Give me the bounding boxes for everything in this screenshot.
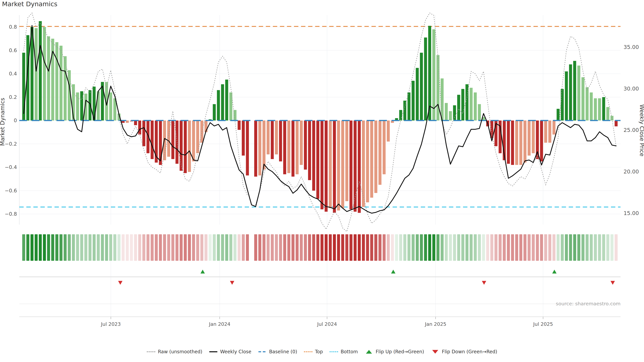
heatmap-cell[interactable]: [254, 234, 257, 261]
heatmap-cell[interactable]: [515, 234, 518, 261]
heatmap-cell[interactable]: [445, 234, 448, 261]
heatmap-cell[interactable]: [532, 234, 535, 261]
heatmap-cell[interactable]: [134, 234, 137, 261]
heatmap-cell[interactable]: [577, 234, 580, 261]
heatmap-cell[interactable]: [22, 234, 25, 261]
heatmap-cell[interactable]: [304, 234, 307, 261]
dynamics-bar[interactable]: [565, 71, 568, 120]
heatmap-cell[interactable]: [320, 234, 324, 261]
heatmap-cell[interactable]: [329, 234, 332, 261]
heatmap-cell[interactable]: [382, 234, 386, 261]
heatmap-cell[interactable]: [412, 234, 414, 261]
heatmap-cell[interactable]: [76, 234, 79, 261]
heatmap-cell[interactable]: [569, 234, 572, 261]
dynamics-bar[interactable]: [358, 120, 361, 213]
dynamics-bar[interactable]: [577, 65, 580, 120]
dynamics-bar[interactable]: [362, 120, 365, 207]
dynamics-bar[interactable]: [445, 103, 448, 120]
heatmap-cell[interactable]: [466, 234, 468, 261]
heatmap-cell[interactable]: [312, 234, 315, 261]
heatmap-cell[interactable]: [105, 234, 108, 261]
dynamics-bar[interactable]: [80, 91, 83, 120]
heatmap-cell[interactable]: [416, 234, 419, 261]
heatmap-cell[interactable]: [424, 234, 427, 261]
heatmap-cell[interactable]: [494, 234, 498, 261]
dynamics-bar[interactable]: [159, 120, 162, 165]
dynamics-bar[interactable]: [238, 120, 241, 130]
dynamics-bar[interactable]: [561, 89, 564, 120]
heatmap-cell[interactable]: [573, 234, 576, 261]
heatmap-cell[interactable]: [146, 234, 150, 261]
heatmap-cell[interactable]: [449, 234, 452, 261]
dynamics-bar[interactable]: [320, 120, 324, 209]
dynamics-bar[interactable]: [528, 120, 531, 156]
dynamics-bar[interactable]: [354, 120, 357, 212]
heatmap-cell[interactable]: [610, 234, 614, 261]
dynamics-bar[interactable]: [511, 120, 514, 165]
dynamics-bar[interactable]: [466, 84, 468, 120]
dynamics-bar[interactable]: [192, 120, 195, 161]
heatmap-cell[interactable]: [150, 234, 154, 261]
dynamics-bar[interactable]: [540, 120, 543, 161]
heatmap-cell[interactable]: [590, 234, 593, 261]
heatmap-cell[interactable]: [478, 234, 481, 261]
heatmap-cell[interactable]: [582, 234, 584, 261]
legend-baseline[interactable]: Baseline (0): [258, 349, 297, 355]
dynamics-bar[interactable]: [337, 120, 340, 211]
heatmap-cell[interactable]: [395, 234, 398, 261]
heatmap-cell[interactable]: [440, 234, 444, 261]
heatmap-cell[interactable]: [122, 234, 124, 261]
legend-flip-up[interactable]: Flip Up (Red→Green): [364, 349, 424, 355]
heatmap-cell[interactable]: [606, 234, 609, 261]
heatmap-cell[interactable]: [188, 234, 191, 261]
dynamics-bar[interactable]: [556, 109, 560, 120]
heatmap-cell[interactable]: [524, 234, 526, 261]
heatmap-cell[interactable]: [453, 234, 456, 261]
dynamics-bar[interactable]: [300, 120, 303, 165]
heatmap-cell[interactable]: [72, 234, 75, 261]
heatmap-cell[interactable]: [594, 234, 597, 261]
heatmap-cell[interactable]: [47, 234, 50, 261]
heatmap-cell[interactable]: [101, 234, 104, 261]
heatmap-cell[interactable]: [279, 234, 282, 261]
legend-bottom[interactable]: Bottom: [330, 349, 358, 355]
heatmap-cell[interactable]: [225, 234, 228, 261]
dynamics-bar[interactable]: [378, 120, 382, 185]
heatmap-cell[interactable]: [155, 234, 158, 261]
heatmap-cell[interactable]: [474, 234, 477, 261]
heatmap-cell[interactable]: [457, 234, 460, 261]
heatmap-cell[interactable]: [482, 234, 485, 261]
heatmap-cell[interactable]: [408, 234, 410, 261]
dynamics-bar[interactable]: [432, 29, 435, 120]
dynamics-bar[interactable]: [188, 120, 191, 172]
flip-down-marker[interactable]: [118, 281, 122, 285]
heatmap-cell[interactable]: [92, 234, 96, 261]
dynamics-bar[interactable]: [325, 120, 328, 212]
heatmap-cell[interactable]: [362, 234, 365, 261]
heatmap-cell[interactable]: [308, 234, 311, 261]
dynamics-bar[interactable]: [345, 120, 348, 201]
dynamics-bar[interactable]: [478, 104, 481, 120]
heatmap-cell[interactable]: [370, 234, 373, 261]
heatmap-cell[interactable]: [341, 234, 344, 261]
dynamics-bar[interactable]: [39, 21, 42, 120]
flip-up-marker[interactable]: [391, 270, 396, 274]
dynamics-bar[interactable]: [520, 120, 522, 165]
dynamics-bar[interactable]: [296, 120, 299, 174]
heatmap-cell[interactable]: [209, 234, 212, 261]
dynamics-bar[interactable]: [176, 120, 178, 164]
heatmap-cell[interactable]: [540, 234, 543, 261]
heatmap-cell[interactable]: [200, 234, 204, 261]
heatmap-cell[interactable]: [84, 234, 88, 261]
dynamics-bar[interactable]: [586, 87, 589, 120]
dynamics-bar[interactable]: [221, 84, 224, 120]
flip-up-marker[interactable]: [552, 270, 556, 274]
dynamics-bar[interactable]: [403, 100, 406, 120]
heatmap-cell[interactable]: [387, 234, 390, 261]
dynamics-bar[interactable]: [408, 92, 410, 120]
heatmap-cell[interactable]: [337, 234, 340, 261]
dynamics-bar[interactable]: [449, 111, 452, 120]
heatmap-cell[interactable]: [498, 234, 502, 261]
legend-raw[interactable]: Raw (unsmoothed): [147, 349, 202, 355]
dynamics-bar[interactable]: [573, 61, 576, 120]
